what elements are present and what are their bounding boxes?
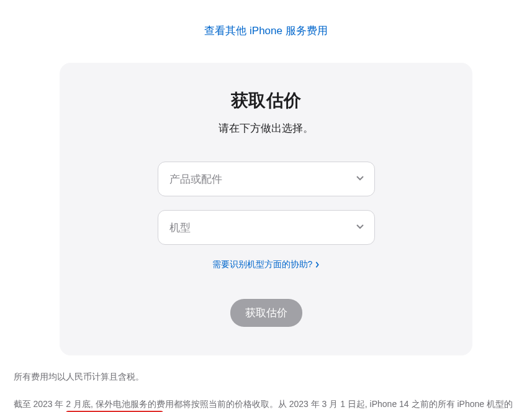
model-select[interactable]: 机型: [158, 210, 375, 245]
card-subtitle: 请在下方做出选择。: [84, 121, 448, 135]
footer-note-price-change: 截至 2023 年 2 月底, 保外电池服务的费用都将按照当前的价格收取。从 2…: [14, 398, 519, 412]
identify-model-help-link[interactable]: 需要识别机型方面的协助?: [212, 259, 320, 270]
chevron-right-icon: [315, 260, 320, 270]
footer-note-currency: 所有费用均以人民币计算且含税。: [14, 370, 519, 383]
footer: 所有费用均以人民币计算且含税。 截至 2023 年 2 月底, 保外电池服务的费…: [9, 370, 524, 412]
model-select-wrap: 机型: [158, 210, 375, 245]
card-title: 获取估价: [84, 89, 448, 112]
product-select[interactable]: 产品或配件: [158, 162, 375, 196]
other-services-link[interactable]: 查看其他 iPhone 服务费用: [204, 25, 327, 37]
top-link-wrap: 查看其他 iPhone 服务费用: [0, 0, 532, 50]
footer-note-text: 截至 2023 年 2 月底, 保外电池服务的费用都将按照当前的价格收取。从 2…: [14, 399, 513, 412]
get-estimate-button[interactable]: 获取估价: [230, 299, 302, 327]
product-select-wrap: 产品或配件: [158, 162, 375, 196]
estimate-card: 获取估价 请在下方做出选择。 产品或配件 机型 需要识别机型方面的协助? 获取估…: [60, 63, 472, 355]
help-link-label: 需要识别机型方面的协助?: [212, 259, 313, 270]
